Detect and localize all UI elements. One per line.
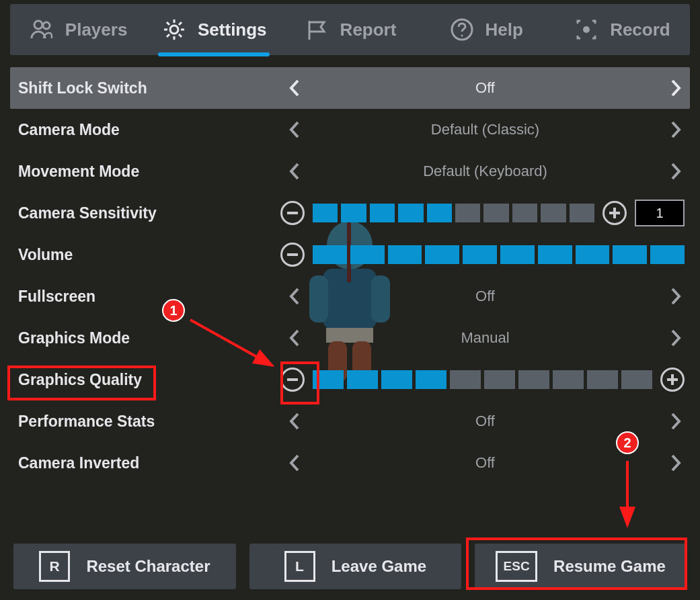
settings-menu-root: { "tabs": { "players": "Players", "setti…: [0, 0, 700, 600]
tab-settings[interactable]: Settings: [146, 4, 282, 55]
reset-character-button[interactable]: R Reset Character: [13, 544, 236, 589]
setting-row-cam-inv: Camera InvertedOff: [10, 442, 690, 484]
chevron-left-icon[interactable]: [284, 453, 305, 473]
help-icon: [449, 17, 475, 42]
record-icon: [574, 17, 599, 42]
slider-bar-volume[interactable]: [313, 245, 685, 264]
setting-value-movement: Default (Keyboard): [305, 163, 666, 180]
slider-segment: [341, 204, 366, 222]
setting-label-gfx-mode: Graphics Mode: [10, 329, 280, 347]
slider-segment: [541, 204, 566, 222]
bottom-button-bar: R Reset Character L Leave Game ESC Resum…: [13, 544, 687, 589]
slider-segment: [553, 370, 584, 389]
setting-row-movement: Movement ModeDefault (Keyboard): [10, 151, 690, 192]
setting-row-fullscreen: FullscreenOff: [10, 275, 690, 317]
setting-row-gfx-quality: Graphics Quality: [10, 359, 690, 400]
svg-rect-16: [613, 208, 616, 218]
slider-segment: [347, 370, 378, 389]
slider-segment: [416, 370, 446, 389]
tab-players-label: Players: [65, 19, 128, 40]
tab-report-label: Report: [340, 19, 397, 40]
setting-control-gfx-mode: Manual: [280, 328, 690, 348]
setting-row-gfx-mode: Graphics ModeManual: [10, 317, 690, 359]
slider-segment: [576, 245, 610, 264]
keycap-esc: ESC: [496, 551, 537, 582]
slider-segment: [538, 245, 572, 264]
setting-label-volume: Volume: [10, 246, 280, 264]
slider-segment: [370, 204, 395, 222]
slider-segment: [313, 204, 338, 222]
setting-control-camera-mode: Default (Classic): [280, 120, 690, 140]
slider-segment: [388, 245, 422, 264]
slider-segment: [425, 245, 459, 264]
chevron-right-icon[interactable]: [666, 453, 686, 473]
slider-segment: [483, 204, 508, 222]
resume-game-button[interactable]: ESC Resume Game: [475, 544, 687, 589]
chevron-right-icon[interactable]: [666, 411, 686, 431]
setting-row-volume: Volume: [10, 234, 690, 275]
svg-point-9: [43, 22, 50, 29]
chevron-right-icon[interactable]: [666, 161, 686, 181]
svg-point-12: [461, 35, 463, 37]
chevron-left-icon[interactable]: [284, 411, 305, 431]
tab-players[interactable]: Players: [10, 4, 146, 55]
setting-control-gfx-quality: [280, 368, 690, 392]
setting-control-volume: [280, 243, 690, 267]
reset-character-label: Reset Character: [86, 557, 210, 576]
minus-button[interactable]: [280, 368, 305, 392]
tab-help-label: Help: [485, 19, 523, 40]
slider-segment: [463, 245, 497, 264]
setting-label-shift-lock: Shift Lock Switch: [10, 79, 280, 97]
chevron-right-icon[interactable]: [666, 120, 686, 140]
svg-point-8: [34, 21, 42, 29]
resume-game-label: Resume Game: [553, 557, 666, 576]
tab-report[interactable]: Report: [282, 4, 418, 55]
slider-segment: [455, 204, 480, 222]
setting-label-movement: Movement Mode: [10, 163, 280, 181]
plus-button[interactable]: [660, 368, 685, 392]
plus-button[interactable]: [602, 201, 627, 225]
svg-point-10: [170, 26, 178, 34]
slider-bar-gfx-quality[interactable]: [313, 370, 652, 389]
slider-segment: [570, 204, 594, 222]
setting-value-cam-inv: Off: [305, 454, 666, 472]
setting-label-gfx-quality: Graphics Quality: [10, 371, 280, 389]
menu-tab-bar: Players Settings Report: [10, 4, 690, 55]
slider-bar-cam-sens[interactable]: [313, 204, 594, 222]
slider-segment: [484, 370, 515, 389]
tab-record-label: Record: [610, 19, 670, 40]
chevron-left-icon[interactable]: [284, 120, 305, 140]
setting-control-perf-stats: Off: [280, 411, 690, 431]
slider-segment: [621, 370, 652, 389]
chevron-left-icon[interactable]: [284, 78, 305, 98]
chevron-left-icon[interactable]: [284, 161, 305, 181]
minus-button[interactable]: [280, 243, 305, 267]
tab-record[interactable]: Record: [554, 4, 690, 55]
chevron-right-icon[interactable]: [666, 328, 686, 348]
slider-segment: [381, 370, 412, 389]
chevron-left-icon[interactable]: [284, 328, 305, 348]
keycap-l: L: [284, 551, 315, 582]
chevron-right-icon[interactable]: [666, 286, 686, 306]
setting-control-movement: Default (Keyboard): [280, 161, 690, 181]
slider-number-cam-sens[interactable]: 1: [635, 200, 685, 226]
setting-value-perf-stats: Off: [305, 413, 666, 430]
leave-game-label: Leave Game: [332, 557, 426, 576]
leave-game-button[interactable]: L Leave Game: [249, 544, 461, 589]
svg-rect-17: [287, 253, 298, 256]
tab-help[interactable]: Help: [418, 4, 554, 55]
setting-control-cam-sens: 1: [280, 200, 690, 226]
settings-panel: Shift Lock SwitchOffCamera ModeDefault (…: [10, 67, 690, 484]
keycap-r: R: [39, 551, 70, 582]
setting-row-shift-lock: Shift Lock SwitchOff: [10, 67, 690, 109]
svg-rect-14: [287, 212, 298, 214]
setting-value-gfx-mode: Manual: [305, 329, 666, 347]
slider-segment: [512, 204, 537, 222]
setting-control-fullscreen: Off: [280, 286, 690, 306]
chevron-left-icon[interactable]: [284, 286, 305, 306]
chevron-right-icon[interactable]: [666, 78, 686, 98]
minus-button[interactable]: [280, 201, 305, 225]
setting-value-shift-lock: Off: [305, 79, 666, 97]
setting-label-cam-sens: Camera Sensitivity: [10, 204, 280, 222]
slider-segment: [350, 245, 385, 264]
